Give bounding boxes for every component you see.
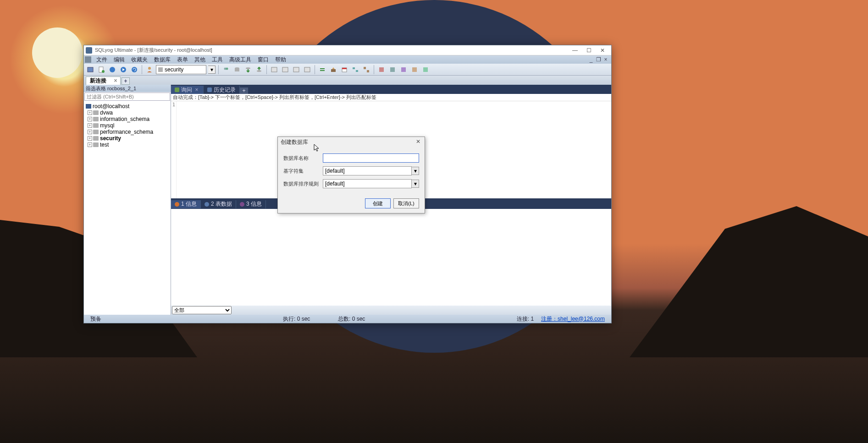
- svg-rect-0: [88, 67, 93, 72]
- charset-select[interactable]: [default]: [323, 166, 412, 175]
- refresh-icon[interactable]: [130, 65, 139, 74]
- result-filter-select[interactable]: 全部: [172, 306, 232, 314]
- bottom-filter-bar: 全部: [171, 306, 611, 315]
- tab-history[interactable]: 历史记录: [204, 86, 240, 94]
- menu-tools[interactable]: 工具: [209, 56, 226, 64]
- result-tab-info2[interactable]: 3 信息: [236, 200, 266, 208]
- object-browser: 筛选表格 rocboss_2_1 root@localhost +dvwa+in…: [84, 85, 171, 315]
- menu-edit[interactable]: 编辑: [111, 56, 128, 64]
- tree-db-dvwa[interactable]: +dvwa: [85, 109, 170, 116]
- expand-icon[interactable]: +: [88, 136, 92, 141]
- tree-db-mysql[interactable]: +mysql: [85, 122, 170, 129]
- new-query-icon[interactable]: [97, 65, 106, 74]
- tree-db-security[interactable]: +security: [85, 135, 170, 142]
- tree-db-test[interactable]: +test: [85, 142, 170, 148]
- schedule-icon[interactable]: [340, 65, 349, 74]
- database-selector-value: security: [165, 66, 183, 73]
- minimize-button[interactable]: —: [568, 46, 582, 55]
- menu-help[interactable]: 帮助: [272, 56, 289, 64]
- user-icon[interactable]: [145, 65, 154, 74]
- database-selector[interactable]: security: [156, 65, 206, 74]
- new-connection-icon[interactable]: [86, 65, 95, 74]
- tree-db-performance_schema[interactable]: +performance_schema: [85, 129, 170, 135]
- collation-label: 数据库排序规则: [283, 180, 323, 187]
- expand-icon[interactable]: +: [88, 123, 92, 128]
- result-tab-data[interactable]: 2 表数据: [201, 200, 236, 208]
- import-icon[interactable]: [254, 65, 264, 74]
- charset-select-arrow[interactable]: ▾: [412, 167, 419, 175]
- menu-other[interactable]: 其他: [191, 56, 209, 64]
- database-icon: [93, 123, 99, 128]
- dialog-close-button[interactable]: ✕: [415, 138, 422, 146]
- expand-icon[interactable]: +: [88, 130, 92, 134]
- database-selector-arrow[interactable]: ▾: [208, 66, 216, 74]
- table-icon-2[interactable]: [281, 65, 290, 74]
- add-query-tab-button[interactable]: +: [240, 88, 248, 94]
- mdi-restore-button[interactable]: ❐: [596, 57, 601, 62]
- maximize-button[interactable]: ☐: [582, 46, 596, 55]
- toolbar: security ▾: [84, 64, 611, 76]
- menu-database[interactable]: 数据库: [151, 56, 174, 64]
- result-tab-info2-label: 3 信息: [246, 200, 262, 208]
- database-icon: [93, 142, 99, 147]
- mdi-icon: [85, 56, 91, 63]
- svg-rect-17: [331, 69, 336, 72]
- host-icon: [86, 104, 91, 109]
- tool-icon-3[interactable]: [399, 65, 408, 74]
- collation-select-arrow[interactable]: ▾: [412, 180, 419, 188]
- tool-icon-4[interactable]: [410, 65, 419, 74]
- filter-input[interactable]: [84, 93, 170, 101]
- connection-tab-close-icon[interactable]: ×: [113, 78, 118, 83]
- users-icon[interactable]: [221, 65, 231, 74]
- globe-icon[interactable]: [108, 65, 117, 74]
- menu-table[interactable]: 表单: [174, 56, 191, 64]
- database-icon: [93, 136, 99, 141]
- filter-label: 筛选表格 rocboss_2_1: [84, 85, 171, 92]
- menu-advanced-tools[interactable]: 高级工具: [226, 56, 254, 64]
- mdi-close-button[interactable]: ×: [603, 57, 608, 62]
- cancel-button[interactable]: 取消(L): [393, 198, 419, 208]
- mdi-min-button[interactable]: _: [588, 57, 594, 62]
- tool-icon-2[interactable]: [388, 65, 397, 74]
- expand-icon[interactable]: +: [88, 142, 92, 147]
- titlebar: SQLyog Ultimate - [新连接/security - root@l…: [84, 45, 611, 55]
- tab-query[interactable]: 询问 ×: [171, 86, 204, 94]
- table-icon-4[interactable]: [303, 65, 312, 74]
- export-icon[interactable]: [243, 65, 253, 74]
- backup-icon[interactable]: [329, 65, 338, 74]
- result-tab-data-label: 2 表数据: [211, 200, 232, 208]
- status-total-time: 总数: 0 sec: [334, 315, 389, 323]
- copy-db-icon[interactable]: [232, 65, 242, 74]
- collation-select[interactable]: [default]: [323, 179, 412, 188]
- tab-query-close-icon[interactable]: ×: [194, 87, 199, 93]
- query-tabs: 询问 × 历史记录 +: [171, 85, 611, 94]
- db-name-input[interactable]: [323, 153, 419, 163]
- database-icon: [93, 110, 99, 115]
- tool-icon-1[interactable]: [377, 65, 386, 74]
- create-button[interactable]: 创建: [365, 198, 391, 208]
- result-tab-info1[interactable]: 1 信息: [171, 200, 201, 208]
- tool-icon-5[interactable]: [421, 65, 430, 74]
- expand-icon[interactable]: +: [88, 117, 92, 121]
- svg-rect-28: [423, 67, 428, 72]
- tree-db-label: test: [100, 142, 109, 148]
- add-connection-button[interactable]: +: [122, 77, 130, 85]
- query-builder-icon[interactable]: [351, 65, 360, 74]
- table-icon-1[interactable]: [270, 65, 279, 74]
- table-icon-3[interactable]: [292, 65, 301, 74]
- sync-icon[interactable]: [318, 65, 327, 74]
- globe-next-icon[interactable]: [119, 65, 128, 74]
- expand-icon[interactable]: +: [88, 110, 92, 115]
- status-register-link[interactable]: 注册：shel_lee@126.com: [537, 315, 608, 323]
- svg-rect-26: [401, 67, 406, 72]
- menu-favorites[interactable]: 收藏夹: [128, 56, 151, 64]
- autocomplete-hint: 自动完成：[Tab]-> 下一个标签，[Ctrl+Space]-> 列出所有标签…: [171, 94, 611, 101]
- connection-tab[interactable]: 新连接 ×: [86, 77, 121, 85]
- close-button[interactable]: ✕: [596, 46, 609, 55]
- schema-designer-icon[interactable]: [362, 65, 371, 74]
- tree-host[interactable]: root@localhost: [85, 103, 170, 109]
- query-icon: [175, 88, 179, 92]
- menu-file[interactable]: 文件: [93, 56, 111, 64]
- tree-db-information_schema[interactable]: +information_schema: [85, 116, 170, 122]
- menu-window[interactable]: 窗口: [254, 56, 272, 64]
